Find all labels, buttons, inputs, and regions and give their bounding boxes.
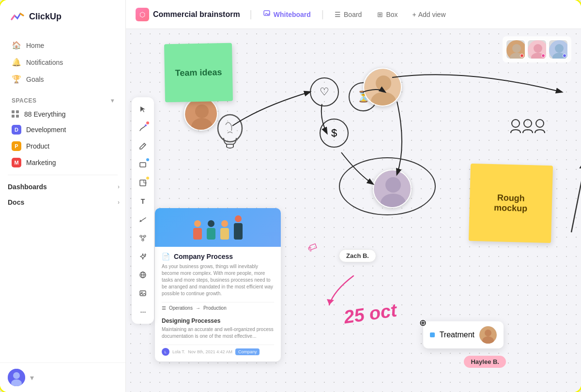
sidebar-item-label: Home xyxy=(26,42,44,49)
image-tool[interactable] xyxy=(135,285,151,302)
list-icon: ☰ xyxy=(162,305,166,311)
grid-icon xyxy=(12,110,19,118)
team-icon xyxy=(508,116,547,147)
add-view-button[interactable]: + Add view xyxy=(407,8,452,21)
sidebar-navigation: 🏠 Home 🔔 Notifications 🏆 Goals xyxy=(0,33,125,91)
collaborator-avatar-3 xyxy=(548,39,568,60)
tab-whiteboard[interactable]: Whiteboard xyxy=(256,7,318,22)
sidebar-item-dashboards[interactable]: Dashboards › xyxy=(0,179,125,195)
sticky-note-text: Team ideas xyxy=(175,67,222,78)
line-tool[interactable] xyxy=(135,211,151,228)
person-photo-2 xyxy=(363,68,402,106)
separator: | xyxy=(250,9,252,20)
doc-title-text: Company Process xyxy=(174,253,233,260)
treatment-avatar xyxy=(479,326,497,344)
avatar-face xyxy=(8,369,25,386)
sidebar-item-product[interactable]: P Product xyxy=(0,138,125,154)
move-cursor-icon: ⊕ xyxy=(419,317,427,328)
doc-tag: Company xyxy=(235,348,260,355)
main-content: ⬡ Commercial brainstorm | Whiteboard | xyxy=(126,0,581,392)
treatment-label: Treatment xyxy=(440,331,474,339)
tab-label: Whiteboard xyxy=(274,11,311,18)
header: ⬡ Commercial brainstorm | Whiteboard | xyxy=(126,0,581,29)
svg-point-1 xyxy=(13,372,20,379)
sidebar-item-everything[interactable]: 88 Everything xyxy=(0,107,125,121)
sidebar-item-docs[interactable]: Docs › xyxy=(0,195,125,210)
pin-icon: 🏷 xyxy=(306,241,319,254)
dropdown-icon[interactable]: ▾ xyxy=(30,373,34,382)
sidebar-item-label: Marketing xyxy=(26,159,56,166)
svg-point-4 xyxy=(145,124,147,126)
sidebar: ClickUp 🏠 Home 🔔 Notifications 🏆 Goals S… xyxy=(0,0,126,392)
doc-author: Lola T. xyxy=(172,349,185,354)
treatment-card[interactable]: ⊕ Treatment xyxy=(423,321,504,348)
pencil-tool[interactable] xyxy=(135,138,151,154)
collaborators-panel xyxy=(503,36,571,62)
sidebar-item-label: Notifications xyxy=(26,59,63,66)
add-view-label: Add view xyxy=(418,11,446,18)
sticky-tool[interactable] xyxy=(135,175,151,191)
tab-board[interactable]: ☰ Board xyxy=(328,8,368,21)
logo[interactable]: ClickUp xyxy=(0,0,125,33)
sticky-note-green[interactable]: Team ideas xyxy=(164,43,233,102)
whiteboard-canvas[interactable]: T xyxy=(126,29,581,392)
sidebar-item-marketing[interactable]: M Marketing xyxy=(0,154,125,171)
project-title: Commercial brainstorm xyxy=(153,10,240,19)
tab-box[interactable]: ⊞ Box xyxy=(370,8,404,21)
svg-point-25 xyxy=(555,44,564,53)
name-tag-haylee: Haylee B. xyxy=(464,356,506,368)
text-tool[interactable]: T xyxy=(135,193,151,210)
svg-line-11 xyxy=(141,237,142,240)
bell-icon: 🔔 xyxy=(12,58,21,67)
user-avatar[interactable] xyxy=(8,369,25,386)
sidebar-item-home[interactable]: 🏠 Home xyxy=(6,37,120,54)
svg-line-12 xyxy=(143,237,144,240)
globe-tool[interactable] xyxy=(135,267,151,283)
doc-description: As your business grows, things will inev… xyxy=(162,263,274,297)
dollar-circle: $ xyxy=(320,119,349,148)
svg-point-39 xyxy=(512,120,520,127)
box-icon: ⊞ xyxy=(377,11,383,18)
docs-label: Docs xyxy=(8,198,24,206)
whiteboard-icon xyxy=(263,10,271,19)
date-arrow xyxy=(324,271,363,310)
sidebar-item-label: Product xyxy=(26,142,49,150)
dashboards-label: Dashboards xyxy=(8,183,47,191)
collaborator-avatar-2 xyxy=(527,39,547,60)
spaces-section-header[interactable]: Spaces ▾ xyxy=(0,91,125,107)
rect-tool[interactable] xyxy=(135,156,151,173)
breadcrumb: ⬡ Commercial brainstorm xyxy=(136,8,240,21)
sticky-note-text: Rough mockup xyxy=(479,192,542,214)
sidebar-item-goals[interactable]: 🏆 Goals xyxy=(6,71,120,88)
arrow-icon: → xyxy=(196,305,200,311)
doc-section-desc: Maintaining an accurate and well-organiz… xyxy=(162,326,274,340)
doc-date: Nov 8th, 2021 4:42 AM xyxy=(188,349,232,354)
svg-point-30 xyxy=(218,115,242,142)
space-color-dot: P xyxy=(12,141,21,151)
header-tabs: | Whiteboard | ☰ Board ⊞ xyxy=(248,7,452,22)
sidebar-footer: ▾ xyxy=(0,362,125,392)
name-tag-label: Haylee B. xyxy=(471,358,499,365)
sidebar-item-label: 88 Everything xyxy=(24,110,66,118)
plus-icon: + xyxy=(413,11,416,18)
sparkle-tool[interactable] xyxy=(135,248,151,265)
connect-tool[interactable] xyxy=(135,230,151,246)
name-tag-label: Zach B. xyxy=(346,252,369,259)
spaces-label: Spaces xyxy=(12,97,36,104)
oval-selection xyxy=(339,157,436,215)
sidebar-item-development[interactable]: D Development xyxy=(0,121,125,138)
svg-point-43 xyxy=(485,330,491,336)
home-icon: 🏠 xyxy=(12,41,21,50)
project-icon: ⬡ xyxy=(136,8,149,21)
doc-from: Operations xyxy=(169,305,193,311)
cursor-tool[interactable] xyxy=(135,101,151,118)
document-card[interactable]: 📄 Company Process As your business grows… xyxy=(155,208,281,362)
board-icon: ☰ xyxy=(335,11,341,18)
svg-point-41 xyxy=(536,120,544,127)
sidebar-item-notifications[interactable]: 🔔 Notifications xyxy=(6,54,120,71)
doc-card-content: 📄 Company Process As your business grows… xyxy=(155,247,281,362)
sticky-note-yellow[interactable]: Rough mockup xyxy=(469,164,553,243)
draw-tool[interactable] xyxy=(135,120,151,136)
more-tools[interactable]: ··· xyxy=(135,303,151,320)
doc-title: 📄 Company Process xyxy=(162,253,274,260)
